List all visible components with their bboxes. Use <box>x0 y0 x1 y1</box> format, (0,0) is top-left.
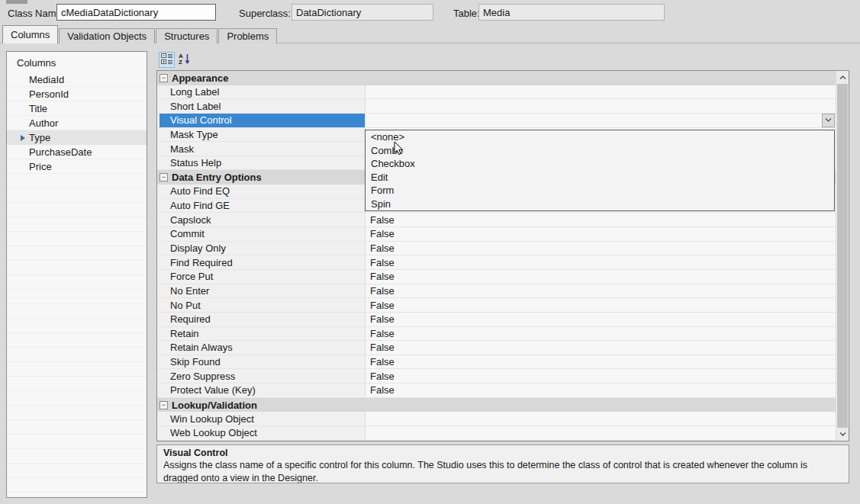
column-name-label: PersonId <box>29 87 69 101</box>
property-name-cell[interactable]: Force Put <box>159 270 365 284</box>
class-name-input[interactable] <box>56 4 216 21</box>
column-name-label: Author <box>29 116 58 130</box>
property-value-cell[interactable]: False <box>365 242 836 255</box>
property-row[interactable]: Retain AlwaysFalse <box>157 341 836 355</box>
tab-columns[interactable]: Columns <box>2 25 58 43</box>
property-row[interactable]: Protect Value (Key)False <box>157 384 836 398</box>
property-name-cell[interactable]: Short Label <box>159 99 365 113</box>
property-row[interactable]: Display OnlyFalse <box>157 242 836 256</box>
property-name-cell[interactable]: Skip Found <box>159 355 365 369</box>
property-value-cell[interactable] <box>365 412 836 425</box>
property-value-cell[interactable] <box>365 99 836 113</box>
property-value-cell[interactable]: False <box>365 355 836 369</box>
property-name-cell[interactable]: Auto Find GE <box>159 199 365 213</box>
property-name-cell[interactable]: Required <box>159 313 365 326</box>
property-value-cell[interactable]: False <box>365 270 836 284</box>
category-title: Data Entry Options <box>172 172 262 183</box>
property-category-header[interactable]: −Lookup/Validation <box>157 398 836 413</box>
property-row[interactable]: Short Label <box>157 99 836 114</box>
dropdown-option[interactable]: Combo <box>366 144 834 158</box>
property-row[interactable]: No EnterFalse <box>157 284 836 299</box>
scrollbar-thumb[interactable] <box>837 84 848 428</box>
property-name-cell[interactable]: Commit <box>159 227 365 241</box>
property-row[interactable]: Find RequiredFalse <box>157 255 836 270</box>
combo-dropdown-button[interactable] <box>822 114 835 127</box>
property-row[interactable]: Skip FoundFalse <box>157 355 836 370</box>
tab-problems[interactable]: Problems <box>218 28 277 43</box>
property-row[interactable]: CommitFalse <box>157 227 836 242</box>
property-name-cell[interactable]: No Enter <box>159 284 365 298</box>
tab-structures[interactable]: Structures <box>156 28 217 43</box>
property-value-cell[interactable]: False <box>365 384 836 397</box>
tab-validation-objects[interactable]: Validation Objects <box>59 28 155 43</box>
categorized-view-button[interactable] <box>159 52 175 68</box>
property-name-cell[interactable]: Visual Control <box>159 114 365 127</box>
property-value-cell[interactable] <box>365 114 836 127</box>
property-name-cell[interactable]: Auto Find EQ <box>159 185 365 198</box>
collapse-minus-icon[interactable]: − <box>159 173 168 181</box>
property-name-cell[interactable]: Win Lookup Object <box>159 412 365 425</box>
columns-list-item[interactable]: Type <box>7 130 147 145</box>
property-name-cell[interactable]: Retain Always <box>159 341 365 355</box>
property-value-cell[interactable]: False <box>365 213 836 226</box>
property-row[interactable]: RequiredFalse <box>157 313 836 327</box>
property-value-cell[interactable]: False <box>365 298 836 312</box>
property-name-cell[interactable]: Display Only <box>159 242 365 255</box>
dropdown-option[interactable]: Edit <box>366 171 834 185</box>
columns-list-item[interactable]: MediaId <box>7 72 147 87</box>
dropdown-option[interactable]: Spin <box>366 197 834 211</box>
property-name-cell[interactable]: Protect Value (Key) <box>159 384 365 397</box>
property-name-cell[interactable]: Retain <box>159 327 365 341</box>
columns-list-item[interactable]: Title <box>7 101 147 116</box>
superclass-input[interactable] <box>291 4 433 21</box>
property-category-header[interactable]: −Appearance <box>157 71 836 85</box>
property-row[interactable]: Long Label <box>157 85 836 100</box>
property-value-text: False <box>370 328 395 339</box>
categorized-icon <box>161 53 173 67</box>
property-row[interactable]: Web Lookup Object <box>157 426 836 441</box>
property-value-cell[interactable]: False <box>365 255 836 269</box>
property-value-cell[interactable]: False <box>365 227 836 241</box>
property-row[interactable]: CapslockFalse <box>157 213 836 227</box>
property-name-cell[interactable]: Zero Suppress <box>159 369 365 383</box>
property-name-cell[interactable]: Mask <box>159 142 365 156</box>
category-title: Appearance <box>172 72 228 84</box>
dropdown-option[interactable]: Checkbox <box>366 157 834 171</box>
property-row[interactable]: Win Lookup Object <box>157 412 836 426</box>
property-name-cell[interactable]: No Put <box>159 298 365 312</box>
table-input[interactable] <box>478 4 665 21</box>
vertical-scrollbar[interactable] <box>836 71 849 441</box>
property-name-cell[interactable]: Web Lookup Object <box>159 426 365 440</box>
dropdown-option[interactable]: <none> <box>366 130 834 144</box>
property-row[interactable]: Visual Control <box>157 114 836 128</box>
property-name-cell[interactable]: Status Help <box>159 156 365 170</box>
property-value-cell[interactable]: False <box>365 313 836 326</box>
property-row[interactable]: RetainFalse <box>157 327 836 342</box>
property-name-cell[interactable]: Capslock <box>159 213 365 226</box>
collapse-minus-icon[interactable]: − <box>159 74 168 82</box>
columns-list-item[interactable]: Author <box>7 116 147 130</box>
property-value-cell[interactable] <box>365 426 836 440</box>
property-value-text: False <box>370 384 395 396</box>
property-value-cell[interactable]: False <box>365 284 836 298</box>
property-value-cell[interactable]: False <box>365 369 836 383</box>
az-sort-icon: A Z <box>179 53 191 67</box>
scroll-down-button[interactable] <box>836 428 849 441</box>
property-value-text: False <box>370 371 395 382</box>
collapse-minus-icon[interactable]: − <box>159 401 168 409</box>
alphabetical-sort-button[interactable]: A Z <box>176 52 192 68</box>
property-name-cell[interactable]: Find Required <box>159 255 365 269</box>
property-name-cell[interactable]: Long Label <box>159 85 365 99</box>
scroll-up-button[interactable] <box>836 71 849 84</box>
columns-list-item[interactable]: PersonId <box>7 87 147 101</box>
property-row[interactable]: No PutFalse <box>157 298 836 313</box>
property-name-cell[interactable]: Mask Type <box>159 128 365 142</box>
property-row[interactable]: Force PutFalse <box>157 270 836 284</box>
property-row[interactable]: Zero SuppressFalse <box>157 369 836 384</box>
property-value-cell[interactable]: False <box>365 341 836 355</box>
property-value-cell[interactable]: False <box>365 327 836 341</box>
columns-list-item[interactable]: PurchaseDate <box>7 145 147 159</box>
dropdown-option[interactable]: Form <box>366 184 834 197</box>
property-value-cell[interactable] <box>365 85 836 99</box>
columns-list-item[interactable]: Price <box>7 159 147 174</box>
